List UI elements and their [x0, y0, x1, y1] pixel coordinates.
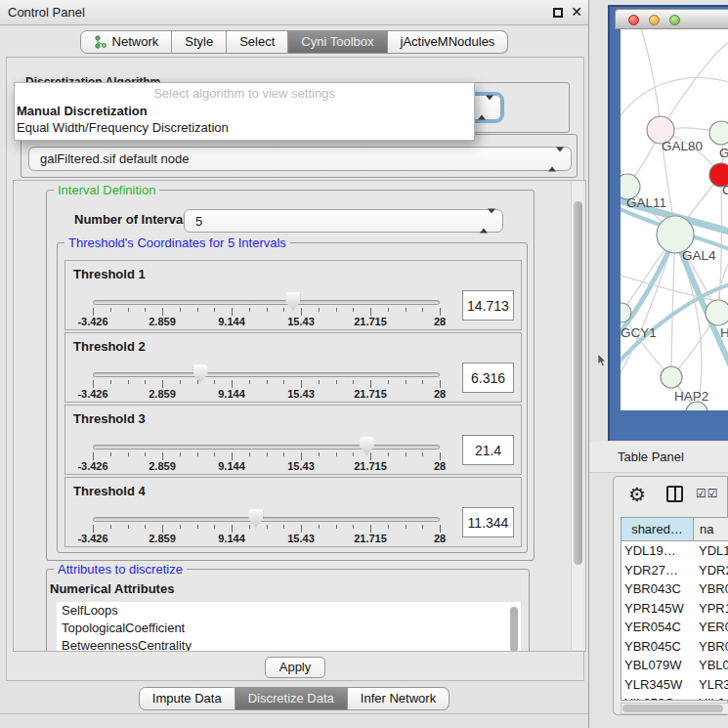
checkbox-icons[interactable]: ☑☑	[696, 487, 719, 500]
interval-definition-group: Interval Definition Number of Intervals …	[46, 190, 535, 561]
slider-scale-labels: -3.4262.8599.14415.4321.71528	[93, 460, 441, 473]
table-cell: YBR0	[694, 637, 728, 657]
combo-spinner-icon	[548, 151, 564, 166]
threshold-slider[interactable]	[93, 517, 440, 522]
tab-jactivemnodules[interactable]: jActiveMNodules	[388, 30, 509, 54]
threshold-slider[interactable]	[93, 445, 440, 450]
table-row[interactable]: YDR27…YDR2	[621, 561, 728, 580]
group-title: Attributes to discretize	[54, 562, 187, 577]
close-icon[interactable]: ✕	[571, 4, 582, 20]
table-row[interactable]: YBL079WYBL0	[621, 656, 728, 675]
list-scrollbar[interactable]	[510, 607, 518, 652]
table-cell: YDL1	[694, 541, 728, 561]
network-window-titlebar[interactable]	[615, 9, 728, 29]
threshold-panel-4: Threshold 4 -3.4262.8599.14415.4321.7152…	[64, 477, 522, 547]
label-g: G	[719, 146, 728, 160]
table-cell: YER054C	[621, 618, 694, 637]
apply-button[interactable]: Apply	[265, 657, 325, 678]
table-panel: ⚙ ☑☑ shared… na YDL19…YDL1YDR27…YDR2YBR0…	[613, 476, 728, 715]
gear-icon[interactable]: ⚙	[628, 483, 646, 506]
threshold-slider[interactable]	[93, 372, 440, 377]
node-top-right[interactable]	[709, 121, 728, 145]
tab-label: Network	[112, 31, 159, 53]
table-cell: YBL079W	[621, 656, 694, 675]
threshold-panel-2: Threshold 2 -3.4262.8599.14415.4321.7152…	[64, 332, 522, 403]
network-canvas[interactable]: GAL80 G C GAL11 GAL4 GCY1 H HAP2	[621, 29, 728, 410]
bottom-divider	[0, 713, 588, 714]
tab-label: Discretize Data	[248, 688, 334, 709]
tab-network[interactable]: Network	[80, 30, 173, 54]
column-header-shared[interactable]: shared…	[621, 518, 694, 540]
threshold-value-field[interactable]: 6.316	[462, 363, 514, 393]
horizontal-scrollbar[interactable]	[621, 703, 728, 714]
table-cell: YDL19…	[621, 541, 694, 561]
table-row[interactable]: YPR145WYPR1	[621, 599, 728, 619]
column-layout-icon[interactable]	[666, 486, 683, 502]
minimize-traffic-light-icon[interactable]	[649, 15, 660, 25]
list-item[interactable]: BetweennessCentrality	[57, 637, 521, 652]
number-of-intervals-combobox[interactable]: 5	[184, 209, 503, 233]
tab-impute-data[interactable]: Impute Data	[139, 687, 236, 710]
threshold-value-field[interactable]: 21.4	[462, 435, 514, 465]
group-title: Interval Definition	[54, 183, 159, 197]
table-toolbar: ⚙ ☑☑	[614, 477, 728, 516]
column-header-name[interactable]: na	[694, 518, 728, 540]
threshold-label: Threshold 4	[73, 484, 146, 498]
node-h[interactable]	[706, 300, 728, 325]
threshold-value-field[interactable]: 11.344	[462, 507, 514, 537]
vertical-scrollbar[interactable]	[571, 182, 583, 650]
table-row[interactable]: YIL052CYIL0	[621, 694, 728, 701]
table-cell: YLR3	[694, 675, 728, 695]
scrollbar-thumb[interactable]	[622, 705, 723, 712]
table-cell: YBR043C	[621, 579, 694, 599]
threshold-slider[interactable]	[93, 300, 440, 305]
tab-cyni-toolbox[interactable]: Cyni Toolbox	[288, 30, 387, 54]
threshold-panel-1: Threshold 1 -3.4262.8599.14415.4321.7152…	[64, 260, 522, 330]
tab-label: Infer Network	[361, 688, 436, 709]
table-row[interactable]: YBR043CYBR0	[621, 579, 728, 599]
table-row[interactable]: YDL19…YDL1	[621, 541, 728, 561]
label-gal11: GAL11	[626, 195, 666, 210]
close-traffic-light-icon[interactable]	[628, 15, 639, 25]
list-item[interactable]: SelfLoops	[57, 602, 521, 620]
network-view-window: GAL80 G C GAL11 GAL4 GCY1 H HAP2	[608, 5, 728, 441]
tab-label: Select	[239, 31, 275, 53]
tab-infer-network[interactable]: Infer Network	[348, 687, 450, 710]
threshold-label: Threshold 1	[73, 267, 146, 281]
table-row[interactable]: YBR045CYBR0	[621, 637, 728, 657]
label-hap2: HAP2	[674, 389, 708, 404]
mouse-cursor	[597, 354, 607, 367]
menu-item-manual-discretization[interactable]: Manual Discretization	[15, 103, 474, 119]
list-item[interactable]: TopologicalCoefficient	[57, 620, 521, 637]
table-cell: YER0	[694, 618, 728, 637]
slider-scale-labels: -3.4262.8599.14415.4321.71528	[93, 388, 441, 401]
group-title: Threshold's Coordinates for 5 Intervals	[64, 236, 290, 250]
table-data-combobox[interactable]: galFiltered.sif default node	[28, 147, 572, 171]
label-gal80: GAL80	[662, 139, 703, 153]
combo-value: galFiltered.sif default node	[40, 148, 189, 170]
label-h: H	[720, 325, 728, 340]
table-cell: YDR2	[694, 561, 728, 580]
float-window-icon[interactable]	[553, 8, 563, 18]
control-panel-titlebar: Control Panel ✕	[0, 0, 588, 25]
zoom-traffic-light-icon[interactable]	[669, 15, 680, 25]
cyni-toolbox-panel: Discretization Algorithm Select algorith…	[6, 57, 584, 681]
node-hap2[interactable]	[661, 366, 682, 388]
dropdown-hint: Select algorithm to view settings	[15, 85, 474, 103]
menu-item-equal-width-frequency[interactable]: Equal Width/Frequency Discretization	[15, 119, 474, 136]
tab-select[interactable]: Select	[227, 30, 288, 54]
algorithm-dropdown-popup: Select algorithm to view settings Manual…	[14, 82, 475, 141]
table-row[interactable]: YLR345WYLR3	[621, 675, 728, 695]
table-panel-titlebar: Table Panel	[589, 442, 728, 473]
numerical-attributes-list[interactable]: SelfLoopsTopologicalCoefficientBetweenne…	[57, 602, 521, 652]
numerical-attributes-label: Numerical Attributes	[50, 581, 174, 596]
threshold-value-field[interactable]: 14.713	[462, 290, 514, 321]
threshold-panel-3: Threshold 3 -3.4262.8599.14415.4321.7152…	[64, 405, 522, 475]
tab-style[interactable]: Style	[172, 30, 227, 54]
combo-spinner-icon	[480, 214, 495, 229]
table-row[interactable]: YER054CYER0	[621, 618, 728, 637]
tab-discretize-data[interactable]: Discretize Data	[236, 687, 348, 710]
threshold-label: Threshold 2	[73, 339, 146, 354]
scrollbar-thumb[interactable]	[574, 201, 582, 565]
settings-scroll-area: Interval Definition Number of Intervals …	[13, 180, 586, 652]
